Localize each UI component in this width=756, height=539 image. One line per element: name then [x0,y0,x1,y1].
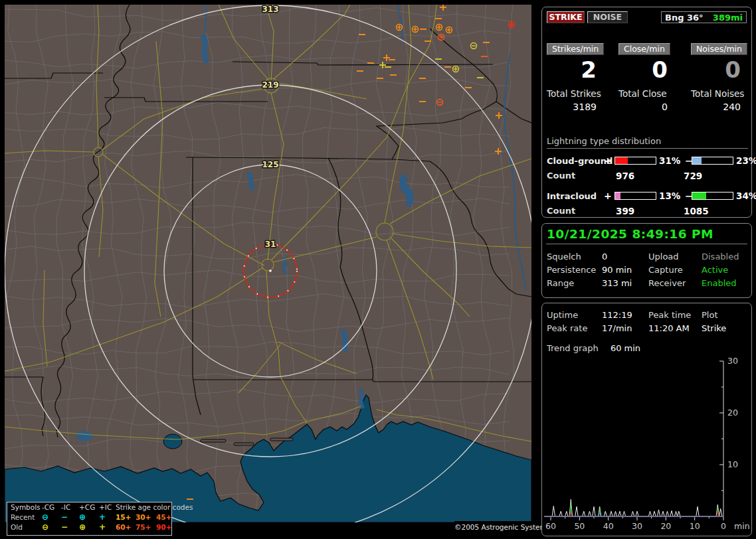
ic-minus-pct: 34% [733,191,748,201]
svg-text:40: 40 [603,521,614,531]
ic-count-label: Count [547,206,616,216]
status-panel: 10/21/2025 8:49:16 PM Squelch 0 Upload D… [541,223,752,298]
total-noises-label: Total Noises [683,88,749,99]
capture-status: Active [702,265,748,278]
age-15: 15+ [116,512,136,522]
legend-row-old-label: Old [11,522,42,532]
svg-text:min: min [734,521,750,531]
cg-plus-bar [614,157,656,165]
cloud-ground-label: Cloud-ground [547,156,604,166]
svg-text:10: 10 [690,521,700,531]
bearing-readout: Bng 36° 389mi [661,11,747,23]
legend-row-recent-label: Recent [11,512,42,522]
distribution-title: Lightning type distribution [547,136,748,149]
age-90: 90+ [156,522,173,532]
recent-cg-minus-icon: ⊖ [42,512,61,522]
receiver-status: Enabled [702,278,748,291]
strike-counters-panel: STRIKE NOISE Bng 36° 389mi Strikes/min 2… [541,7,752,218]
svg-text:10: 10 [727,459,738,469]
ring-label-125: 125 [262,160,278,169]
radar-map[interactable]: 313 219 125 31 [5,5,531,522]
strikes-per-min-value: 2 [542,56,605,83]
ic-plus-sign: + [604,191,614,201]
age-60: 60+ [116,522,136,532]
capture-label: Capture [648,265,702,278]
old-cg-minus-icon: ⊖ [42,522,61,532]
range-label: Range [547,278,602,291]
strikes-per-min-chip[interactable]: Strikes/min [547,43,604,55]
receiver-location-marker [270,270,272,272]
divider [546,244,747,244]
total-strikes-value: 3189 [542,102,605,112]
recent-ic-minus-icon: − [61,512,79,522]
lightning-distribution: Lightning type distribution Cloud-ground… [547,136,748,215]
strike-mode-button[interactable]: STRIKE [547,11,585,23]
noises-per-min-value: 0 [683,56,749,83]
old-ic-minus-icon: − [61,522,79,532]
app-window: 313 219 125 31 Symbols -CG -IC +CG +IC S… [0,0,756,539]
cg-plus-sign: + [604,155,614,166]
cg-plus-count: 976 [616,171,684,181]
total-strikes-label: Total Strikes [542,88,605,99]
cg-minus-sign: − [685,155,692,166]
ic-plus-bar [614,192,656,200]
ic-plus-count: 399 [616,206,684,216]
legend-col-ncg: -CG [42,502,61,512]
trend-chart: 6050403020100min102030 [542,303,753,536]
cg-plus-pct: 31% [656,155,685,166]
legend-symbols-header: Symbols [11,502,42,512]
range-value: 313 mi [602,278,648,291]
total-noises-value: 240 [683,102,749,112]
upload-status: Disabled [702,252,748,265]
persistence-label: Persistence [547,265,602,278]
ic-minus-count: 1085 [684,206,748,216]
ic-minus-sign: − [685,191,692,201]
map-legend: Symbols -CG -IC +CG +IC Strike age color… [7,502,172,536]
upload-label: Upload [648,252,702,265]
age-75: 75+ [136,522,156,532]
copyright-notice: ©2005 Astrogenic Systems [454,521,531,534]
legend-col-pic: +IC [99,502,116,512]
map-canvas[interactable]: 313 219 125 31 [5,5,531,522]
legend-age-title: Strike age color codes [116,502,173,512]
svg-text:20: 20 [727,408,738,418]
bearing-distance: 389mi [713,13,743,23]
current-datetime: 10/21/2025 8:49:16 PM [547,227,713,241]
cg-minus-pct: 23% [733,155,748,166]
trend-panel: Uptime 112:19 Peak time Plot Peak rate 1… [541,303,752,536]
svg-text:30: 30 [632,521,642,531]
age-30: 30+ [136,512,156,522]
noise-mode-button[interactable]: NOISE [587,11,628,23]
svg-text:50: 50 [574,521,585,531]
svg-text:0: 0 [721,521,726,531]
bearing-label: Bng 36° [665,13,704,23]
receiver-label: Receiver [648,278,702,291]
cg-minus-bar [692,157,733,165]
svg-text:20: 20 [660,521,671,531]
close-per-min-value: 0 [613,56,676,83]
svg-text:30: 30 [727,356,738,366]
squelch-label: Squelch [547,252,602,265]
legend-col-nic: -IC [61,502,79,512]
age-45: 45+ [156,512,173,522]
recent-ic-plus-icon: + [99,512,116,522]
noises-per-min-chip[interactable]: Noises/min [691,43,747,55]
ring-label-31: 31 [265,240,276,249]
persistence-value: 90 min [602,265,648,278]
cg-count-label: Count [547,171,616,181]
ic-plus-pct: 13% [656,191,685,201]
squelch-value: 0 [602,252,648,265]
intracloud-label: Intracloud [547,191,604,201]
old-ic-plus-icon: + [99,522,116,532]
total-close-value: 0 [613,102,676,112]
legend-col-pcg: +CG [79,502,99,512]
svg-text:60: 60 [545,521,556,531]
close-per-min-chip[interactable]: Close/min [618,43,670,55]
ring-label-313: 313 [262,5,278,14]
recent-cg-plus-icon: ⊕ [79,512,99,522]
old-cg-plus-icon: ⊕ [79,522,99,532]
ic-minus-bar [692,192,733,200]
ring-label-219: 219 [262,80,278,90]
total-close-label: Total Close [613,88,676,99]
cg-minus-count: 729 [684,171,748,181]
